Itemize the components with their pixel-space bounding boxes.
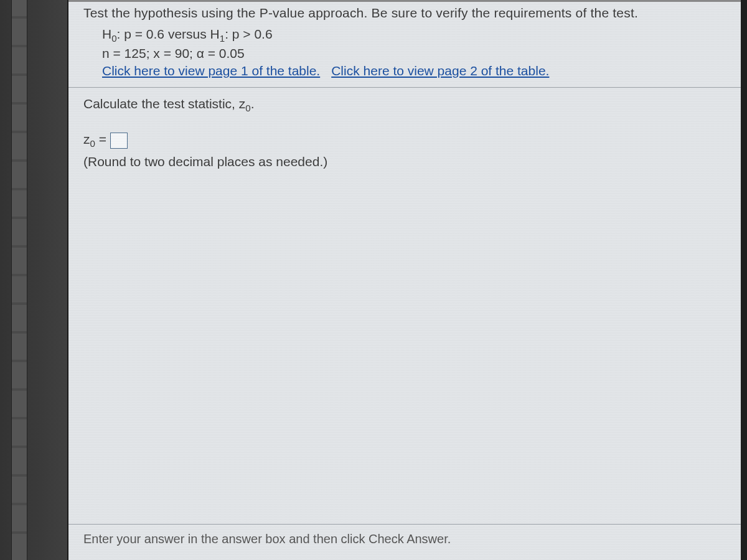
footer-hint: Enter your answer in the answer box and … [83,532,726,546]
right-bezel [741,0,747,560]
task-instruction: Calculate the test statistic, z0. [83,96,726,113]
parameters-line: n = 125; x = 90; α = 0.05 [102,46,726,61]
table-links-row: Click here to view page 1 of the table.C… [102,63,726,78]
notebook-binding-gutter [0,0,68,560]
question-title: Test the hypothesis using the P-value ap… [83,6,726,21]
question-panel: Test the hypothesis using the P-value ap… [68,0,741,560]
footer-divider [68,524,741,525]
rounding-note: (Round to two decimal places as needed.) [83,154,726,169]
z0-answer-input[interactable] [110,133,128,149]
answer-label: z0 = [83,132,106,149]
answer-row: z0 = [83,132,726,149]
section-divider [68,87,741,88]
hypotheses-line: H0: p = 0.6 versus H1: p > 0.6 [102,27,726,44]
table-page-1-link[interactable]: Click here to view page 1 of the table. [102,63,320,78]
footer-area: Enter your answer in the answer box and … [68,524,741,546]
table-page-2-link[interactable]: Click here to view page 2 of the table. [331,63,549,78]
